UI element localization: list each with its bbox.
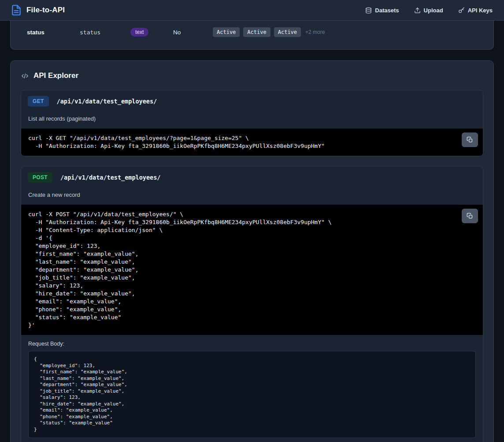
nav-api-keys[interactable]: API Keys (458, 7, 493, 14)
table-row: status status text No Active Active Acti… (11, 21, 493, 37)
sample-value-badge: Active (274, 27, 301, 37)
api-explorer-card: API Explorer GET /api/v1/data/test_emplo… (10, 60, 494, 442)
nav-datasets[interactable]: Datasets (365, 7, 399, 14)
nav-upload-label: Upload (424, 7, 443, 14)
copy-button[interactable] (462, 133, 478, 147)
nav-datasets-label: Datasets (375, 7, 399, 14)
app-header: File-to-API Datasets Upload (0, 0, 504, 21)
copy-icon (467, 213, 473, 219)
endpoint-head: GET /api/v1/data/test_employees/ List al… (21, 90, 483, 122)
field-name-cell: status (27, 29, 80, 36)
method-badge-post: POST (28, 172, 52, 183)
endpoint-path: /api/v1/data/test_employees/ (60, 174, 161, 181)
type-cell: text (130, 28, 173, 37)
endpoint-path: /api/v1/data/test_employees/ (57, 98, 157, 105)
request-body-box: { "employee_id": 123, "first_name": "exa… (28, 351, 476, 438)
code-icon (21, 72, 29, 80)
endpoint-card-post: POST /api/v1/data/test_employees/ Create… (21, 166, 483, 442)
sample-value-badge: Active (213, 27, 240, 37)
endpoint-description: List all records (paginated) (28, 115, 476, 122)
copy-button[interactable] (462, 209, 478, 223)
type-badge: text (130, 28, 148, 37)
key-icon (458, 7, 465, 14)
section-title: API Explorer (33, 71, 78, 80)
upload-icon (414, 7, 421, 14)
request-body-json: { "employee_id": 123, "first_name": "exa… (34, 356, 470, 433)
app-title: File-to-API (26, 6, 65, 15)
request-body-section: Request Body: { "employee_id": 123, "fir… (21, 335, 483, 442)
page-content: status status text No Active Active Acti… (0, 21, 504, 442)
column-name-cell: status (80, 29, 130, 36)
sample-value-badge: Active (243, 27, 270, 37)
app-logo[interactable]: File-to-API (11, 4, 65, 16)
more-values-label: +2 more (305, 29, 325, 35)
schema-table-card: status status text No Active Active Acti… (10, 21, 494, 50)
nav-api-keys-label: API Keys (468, 7, 493, 14)
endpoint-card-get: GET /api/v1/data/test_employees/ List al… (21, 90, 483, 156)
api-explorer-heading: API Explorer (21, 71, 483, 80)
curl-command: curl -X POST "/api/v1/data/test_employee… (28, 210, 456, 329)
main-nav: Datasets Upload API Keys (365, 7, 493, 14)
copy-icon (467, 136, 473, 143)
method-badge-get: GET (28, 96, 49, 107)
nav-upload[interactable]: Upload (414, 7, 443, 14)
curl-code-block: curl -X POST "/api/v1/data/test_employee… (21, 205, 483, 335)
database-icon (365, 7, 372, 14)
endpoint-head: POST /api/v1/data/test_employees/ Create… (21, 166, 483, 198)
request-body-label: Request Body: (28, 341, 476, 347)
curl-command: curl -X GET "/api/v1/data/test_employees… (28, 134, 456, 150)
required-cell: No (173, 29, 213, 36)
file-text-icon (11, 4, 22, 16)
endpoint-description: Create a new record (28, 192, 476, 198)
curl-code-block: curl -X GET "/api/v1/data/test_employees… (21, 129, 483, 156)
sample-values-cell: Active Active Active +2 more (213, 27, 325, 37)
